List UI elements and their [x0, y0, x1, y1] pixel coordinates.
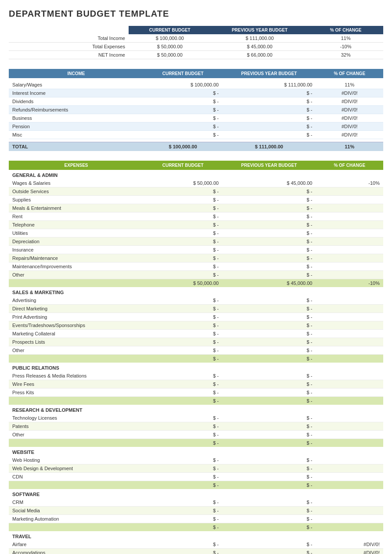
expense-row-pct	[316, 338, 383, 346]
expense-row-current: $ -	[144, 498, 222, 507]
category-header: SOFTWARE	[9, 489, 383, 498]
expense-row: Patents $ - $ -	[9, 422, 383, 431]
expense-row-label: Marketing Collateral	[9, 330, 144, 338]
expense-row-current: $ -	[144, 313, 222, 321]
expense-row: Web Hosting $ - $ -	[9, 456, 383, 464]
expense-row-label: Maintenance/Improvements	[9, 263, 144, 271]
expense-row-label: CDN	[9, 473, 144, 481]
expense-row-current: $ -	[144, 338, 222, 346]
income-table: INCOME CURRENT BUDGET PREVIOUS YEAR BUDG…	[9, 69, 383, 151]
income-row-label: Pension	[9, 122, 144, 131]
expense-row-prev: $ -	[222, 380, 316, 389]
summary-table: CURRENT BUDGET PREVIOUS YEAR BUDGET % OF…	[9, 26, 383, 59]
expense-row-current: $ -	[144, 237, 222, 246]
income-total-label: TOTAL	[9, 142, 144, 151]
expense-row: Other $ - $ -	[9, 346, 383, 355]
expense-row-current: $ -	[144, 422, 222, 431]
expense-row: Prospects Lists $ - $ -	[9, 338, 383, 346]
expense-row-current: $ 50,000.00	[144, 179, 222, 187]
expense-row-current: $ -	[144, 330, 222, 338]
subtotal-current: $ -	[144, 397, 222, 405]
expense-row-label: Wire Fees	[9, 380, 144, 389]
income-row-label: Dividends	[9, 97, 144, 106]
expense-row-prev: $ -	[222, 229, 316, 237]
expense-row-label: Depreciation	[9, 237, 144, 246]
expense-row-pct	[316, 237, 383, 246]
subtotal-pct	[316, 397, 383, 405]
income-row-pct: #DIV/0!	[316, 89, 383, 97]
expense-row-prev: $ -	[222, 254, 316, 263]
income-row-label: Misc	[9, 131, 144, 139]
expense-row-pct	[316, 321, 383, 330]
expense-row: Marketing Collateral $ - $ -	[9, 330, 383, 338]
expense-row-pct	[316, 464, 383, 473]
expense-row-label: Technology Licenses	[9, 414, 144, 422]
expense-row-current: $ -	[144, 372, 222, 380]
expense-row-current: $ -	[144, 431, 222, 439]
expense-row-current: $ -	[144, 229, 222, 237]
expense-row-label: Press Releases & Media Relations	[9, 372, 144, 380]
expense-row: Press Releases & Media Relations $ - $ -	[9, 372, 383, 380]
expense-row-prev: $ -	[222, 296, 316, 305]
expense-row-current: $ -	[144, 464, 222, 473]
expense-row-pct	[316, 372, 383, 380]
expense-row-prev: $ -	[222, 422, 316, 431]
expense-row-prev: $ -	[222, 305, 316, 313]
expense-row-prev: $ -	[222, 196, 316, 204]
summary-row-prev: $ 45,000.00	[211, 43, 309, 51]
category-name: GENERAL & ADMIN	[9, 170, 383, 179]
summary-row-current: $ 100,000.00	[129, 34, 211, 43]
expense-row-prev: $ -	[222, 321, 316, 330]
expense-row-prev: $ -	[222, 540, 316, 549]
expense-row-prev: $ -	[222, 313, 316, 321]
subtotal-current: $ -	[144, 355, 222, 363]
income-row-pct: #DIV/0!	[316, 122, 383, 131]
income-row-prev: $ -	[222, 106, 316, 114]
expenses-header-pct: % OF CHANGE	[316, 161, 383, 170]
subtotal-prev: $ -	[222, 481, 316, 489]
income-row: Pension $ - $ - #DIV/0!	[9, 122, 383, 131]
expense-row-current: $ -	[144, 389, 222, 397]
expense-row-current: $ -	[144, 296, 222, 305]
summary-row: Total Expenses $ 50,000.00 $ 45,000.00 -…	[9, 43, 383, 51]
expense-row-label: Telephone	[9, 221, 144, 229]
income-row-prev: $ -	[222, 131, 316, 139]
income-row-current: $ -	[144, 106, 222, 114]
expense-row-label: Other	[9, 271, 144, 279]
summary-row: Total Income $ 100,000.00 $ 111,000.00 1…	[9, 34, 383, 43]
subtotal-prev: $ -	[222, 397, 316, 405]
summary-row-current: $ 50,000.00	[129, 51, 211, 59]
expense-row-label: Other	[9, 346, 144, 355]
expense-row-label: Press Kits	[9, 389, 144, 397]
expense-row-label: Wages & Salaries	[9, 179, 144, 187]
expense-row-current: $ -	[144, 549, 222, 554]
expense-row-prev: $ -	[222, 414, 316, 422]
expense-row-prev: $ -	[222, 431, 316, 439]
category-subtotal: $ - $ -	[9, 355, 383, 363]
expense-row-prev: $ -	[222, 549, 316, 554]
expenses-table: EXPENSES CURRENT BUDGET PREVIOUS YEAR BU…	[9, 161, 383, 554]
subtotal-pct: -10%	[316, 279, 383, 288]
income-row-current: $ 100,000.00	[144, 81, 222, 89]
subtotal-prev: $ -	[222, 523, 316, 532]
income-row-label: Salary/Wages	[9, 81, 144, 89]
subtotal-prev: $ 45,000.00	[222, 279, 316, 288]
income-header-current: CURRENT BUDGET	[144, 69, 222, 78]
expense-row: Web Design & Development $ - $ -	[9, 464, 383, 473]
expense-row-pct	[316, 296, 383, 305]
income-row-prev: $ -	[222, 122, 316, 131]
income-section-label: INCOME	[9, 69, 144, 78]
expense-row-label: Marketing Automation	[9, 515, 144, 523]
expense-row-current: $ -	[144, 221, 222, 229]
expense-row-prev: $ -	[222, 263, 316, 271]
category-header: RESEARCH & DEVELOPMENT	[9, 405, 383, 414]
expense-row-pct: -10%	[316, 179, 383, 187]
expenses-header-current: CURRENT BUDGET	[144, 161, 222, 170]
summary-row-pct: 32%	[308, 51, 383, 59]
income-row-current: $ -	[144, 131, 222, 139]
category-subtotal: $ - $ -	[9, 481, 383, 489]
expense-row-pct	[316, 212, 383, 221]
expense-row-current: $ -	[144, 187, 222, 196]
expense-row-label: Meals & Entertainment	[9, 204, 144, 212]
expense-row: Social Media $ - $ -	[9, 507, 383, 515]
